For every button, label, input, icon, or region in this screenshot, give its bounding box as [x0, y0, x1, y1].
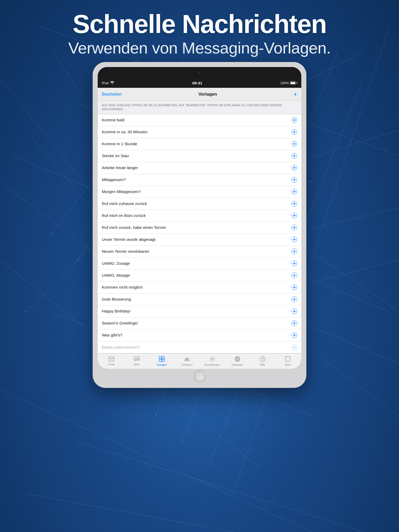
- main-title: Schnelle Nachrichten: [10, 10, 389, 38]
- svg-point-37: [51, 233, 52, 234]
- list-item-add-icon[interactable]: [291, 296, 297, 302]
- list-item-add-icon[interactable]: [291, 272, 297, 278]
- list-item-add-icon[interactable]: [291, 141, 297, 147]
- ipad-camera: [198, 71, 201, 74]
- list-item[interactable]: Komme in 1 Stunde: [98, 138, 301, 150]
- tab-item-einstellungen[interactable]: Einstellungen: [200, 355, 225, 367]
- svg-point-34: [311, 181, 312, 183]
- svg-line-25: [78, 442, 364, 532]
- tab-icon-hilfe: ?: [260, 356, 265, 363]
- svg-rect-85: [159, 356, 162, 359]
- list-item[interactable]: Ruf mich zurück, habe einen Termin: [98, 222, 301, 234]
- list-item-text: Ruf mich im Büro zurück: [102, 213, 146, 218]
- svg-line-24: [0, 390, 312, 532]
- list-item[interactable]: Mittagessen?: [98, 174, 301, 186]
- list-item-add-icon[interactable]: [291, 153, 297, 159]
- list-item-add-icon[interactable]: [291, 332, 297, 338]
- svg-point-92: [188, 360, 189, 361]
- nav-add-button[interactable]: +: [294, 91, 297, 97]
- tab-icon-schnipsel: [184, 356, 190, 363]
- list-item-text: Gute Besserung: [102, 297, 131, 302]
- ipad-screen: iPad 09:41 100%: [98, 67, 301, 369]
- list-item-text: Etwas unternehmen?: [102, 345, 140, 350]
- list-item[interactable]: Etwas unternehmen?: [98, 341, 301, 353]
- tab-label-vorlagen: Vorlagen: [157, 363, 167, 366]
- list-item[interactable]: Unser Termin wurde abgesagt: [98, 234, 301, 246]
- tab-item-vorlagen[interactable]: Vorlagen: [149, 355, 174, 367]
- tab-item-sms[interactable]: SMS SMS: [124, 355, 149, 367]
- list-item-add-icon[interactable]: [291, 213, 297, 218]
- svg-rect-102: [285, 357, 290, 361]
- ipad-top-bar: [98, 67, 301, 78]
- list-item-text: UAWG: Zusage: [102, 261, 130, 266]
- tab-item-gateways[interactable]: Gateways: [225, 355, 250, 367]
- list-item-add-icon[interactable]: [291, 189, 297, 195]
- list-item-text: Unser Termin wurde abgesagt: [102, 237, 156, 242]
- tab-item-apps[interactable]: Apps: [275, 355, 300, 367]
- svg-rect-88: [162, 359, 164, 362]
- list-item[interactable]: Komme bald: [98, 114, 301, 126]
- list-item-text: Was gibt's?: [102, 333, 122, 337]
- list-item[interactable]: Kommen nicht möglich: [98, 282, 301, 294]
- svg-point-40: [155, 415, 157, 416]
- templates-list: Komme baldKomme in ca. 30 MinutenKomme i…: [98, 114, 301, 353]
- svg-point-41: [181, 441, 182, 442]
- tab-icon-email: [109, 357, 114, 362]
- list-item-add-icon[interactable]: [291, 117, 297, 123]
- list-item[interactable]: Was gibt's?: [98, 329, 301, 341]
- list-item-text: Neuen Termin vereinbaren: [102, 249, 149, 254]
- list-item-add-icon[interactable]: [291, 308, 297, 314]
- tab-icon-gateways: [235, 356, 240, 363]
- list-item[interactable]: Ruf mich zuhause zurück: [98, 198, 301, 210]
- list-item-text: Arbeite heute länger: [102, 165, 138, 170]
- status-right: 100%: [280, 81, 297, 85]
- list-item-add-icon[interactable]: [291, 249, 297, 254]
- status-left: iPad: [102, 81, 114, 85]
- list-item-add-icon[interactable]: [291, 165, 297, 171]
- list-item[interactable]: Ruf mich im Büro zurück: [98, 210, 301, 222]
- tab-item-email[interactable]: Email: [99, 356, 124, 367]
- list-item[interactable]: Season's Greetings!: [98, 317, 301, 329]
- list-item[interactable]: Komme in ca. 30 Minuten: [98, 126, 301, 138]
- tab-icon-vorlagen: [159, 356, 165, 363]
- list-item[interactable]: Gute Besserung: [98, 294, 301, 305]
- list-item-add-icon[interactable]: [291, 320, 297, 326]
- svg-rect-87: [159, 359, 162, 362]
- battery-tip: [297, 82, 297, 84]
- tab-label-schnipsel: Schnipsel: [181, 363, 192, 366]
- svg-point-94: [211, 358, 213, 360]
- tab-label-gateways: Gateways: [231, 363, 243, 366]
- list-item-text: Kommen nicht möglich: [102, 285, 143, 290]
- list-item-add-icon[interactable]: [291, 225, 297, 230]
- list-item[interactable]: Happy Birthday!: [98, 305, 301, 317]
- list-item-add-icon[interactable]: [291, 201, 297, 207]
- nav-edit-button[interactable]: Bearbeiten: [102, 92, 122, 97]
- ipad-device-wrapper: iPad 09:41 100%: [93, 62, 306, 388]
- tab-icon-einstellungen: [209, 356, 215, 363]
- list-item-text: Komme in ca. 30 Minuten: [102, 130, 148, 134]
- list-item-add-icon[interactable]: [291, 261, 297, 266]
- list-item-add-icon[interactable]: [291, 177, 297, 183]
- list-item[interactable]: Stecke im Stau: [98, 150, 301, 162]
- tab-label-apps: Apps: [285, 363, 291, 366]
- list-item[interactable]: Morgen Mittagessen?: [98, 186, 301, 198]
- list-item-add-icon[interactable]: [291, 129, 297, 135]
- tab-item-schnipsel[interactable]: Schnipsel: [174, 355, 200, 367]
- tab-label-sms: SMS: [134, 363, 139, 366]
- list-item[interactable]: UAWG: Absage: [98, 270, 301, 282]
- list-item[interactable]: Arbeite heute länger: [98, 162, 301, 174]
- status-bar: iPad 09:41 100%: [98, 78, 301, 88]
- svg-point-38: [25, 311, 27, 312]
- list-item-add-icon[interactable]: [291, 237, 297, 242]
- battery-pct-label: 100%: [280, 81, 289, 85]
- list-item-add-icon[interactable]: [291, 284, 297, 290]
- tab-item-hilfe[interactable]: ? Hilfe: [250, 355, 275, 367]
- tab-label-hilfe: Hilfe: [260, 363, 265, 366]
- list-item[interactable]: Neuen Termin vereinbaren: [98, 246, 301, 258]
- list-item-add-icon[interactable]: [291, 344, 297, 350]
- list-item[interactable]: UAWG: Zusage: [98, 258, 301, 270]
- home-button[interactable]: [194, 370, 205, 382]
- tab-icon-sms: SMS: [134, 356, 139, 363]
- battery-icon: [290, 81, 296, 84]
- list-item-text: Season's Greetings!: [102, 321, 138, 325]
